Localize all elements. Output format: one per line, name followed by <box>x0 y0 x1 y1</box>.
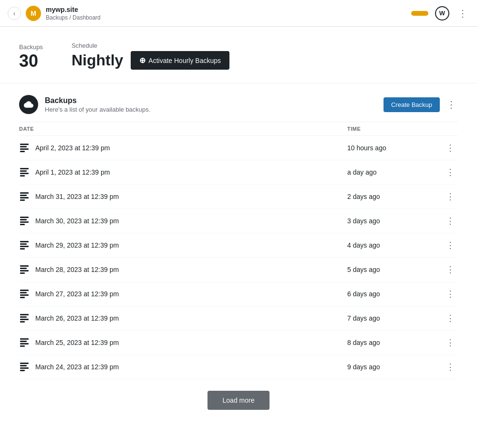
backup-row-menu-button[interactable]: ⋮ <box>444 289 456 299</box>
activate-hourly-button[interactable]: ⊕ Activate Hourly Backups <box>131 51 229 70</box>
schedule-value: Nightly <box>72 52 123 69</box>
backup-row-actions: ⋮ <box>443 337 458 348</box>
backup-row[interactable]: March 25, 2023 at 12:39 pm 8 days ago ⋮ <box>19 331 458 355</box>
backup-date: March 26, 2023 at 12:39 pm <box>35 314 119 322</box>
backups-header-actions: Create Backup ⋮ <box>384 97 458 112</box>
backup-file-icon <box>19 313 30 323</box>
backup-file-icon <box>19 167 30 177</box>
col-date-header: DATE <box>19 126 347 132</box>
backup-time: a day ago <box>347 168 443 176</box>
backup-date-col: March 28, 2023 at 12:39 pm <box>19 264 347 275</box>
backup-date: April 1, 2023 at 12:39 pm <box>35 168 110 176</box>
load-more-section: Load more <box>0 379 477 425</box>
backup-row[interactable]: April 1, 2023 at 12:39 pm a day ago ⋮ <box>19 160 458 185</box>
site-name: mywp.site <box>46 5 101 14</box>
backups-label: Backups <box>19 43 43 51</box>
backup-date-col: March 26, 2023 at 12:39 pm <box>19 313 347 323</box>
header-menu-button[interactable]: ⋮ <box>456 7 469 20</box>
backup-date-col: March 25, 2023 at 12:39 pm <box>19 337 347 348</box>
backup-row[interactable]: March 31, 2023 at 12:39 pm 2 days ago ⋮ <box>19 185 458 209</box>
backup-file-icon <box>19 337 30 348</box>
backup-date: March 25, 2023 at 12:39 pm <box>35 339 119 346</box>
backup-date-col: April 2, 2023 at 12:39 pm <box>19 143 347 153</box>
backups-header: Backups Here's a list of your available … <box>19 83 458 122</box>
backup-file-icon <box>19 216 30 226</box>
schedule-info: Nightly ⊕ Activate Hourly Backups <box>72 51 229 70</box>
backup-row-menu-button[interactable]: ⋮ <box>444 191 456 202</box>
backups-stat: Backups 30 <box>19 43 43 70</box>
stats-section: Backups 30 Schedule Nightly ⊕ Activate H… <box>0 27 477 83</box>
load-more-button[interactable]: Load more <box>207 391 270 410</box>
backup-rows-container: April 2, 2023 at 12:39 pm 10 hours ago ⋮… <box>19 136 458 379</box>
avatar: M <box>26 6 41 21</box>
table-header: DATE TIME <box>19 122 458 136</box>
backup-file-icon <box>19 362 30 372</box>
backup-row-menu-button[interactable]: ⋮ <box>444 240 456 250</box>
header-right: W ⋮ <box>411 6 469 21</box>
backup-row-actions: ⋮ <box>443 289 458 299</box>
backup-time: 4 days ago <box>347 241 443 249</box>
backups-section-title: Backups <box>45 96 150 105</box>
backup-row-actions: ⋮ <box>443 362 458 372</box>
backup-file-icon <box>19 289 30 299</box>
backups-section: Backups Here's a list of your available … <box>0 83 477 379</box>
backup-row-actions: ⋮ <box>443 240 458 250</box>
site-info: mywp.site Backups / Dashboard <box>46 5 101 21</box>
backup-date: March 27, 2023 at 12:39 pm <box>35 290 119 298</box>
backup-row[interactable]: April 2, 2023 at 12:39 pm 10 hours ago ⋮ <box>19 136 458 160</box>
activate-btn-label: Activate Hourly Backups <box>148 57 221 64</box>
backup-row-menu-button[interactable]: ⋮ <box>444 143 456 153</box>
wordpress-icon[interactable]: W <box>435 6 449 21</box>
backup-date-col: March 24, 2023 at 12:39 pm <box>19 362 347 372</box>
backup-date: March 29, 2023 at 12:39 pm <box>35 241 119 249</box>
backup-file-icon <box>19 143 30 153</box>
backup-row-actions: ⋮ <box>443 264 458 275</box>
backup-row-menu-button[interactable]: ⋮ <box>444 264 456 275</box>
backups-menu-button[interactable]: ⋮ <box>445 98 458 111</box>
backup-file-icon <box>19 191 30 202</box>
backup-row[interactable]: March 28, 2023 at 12:39 pm 5 days ago ⋮ <box>19 258 458 282</box>
backup-time: 9 days ago <box>347 363 443 371</box>
backup-date: March 28, 2023 at 12:39 pm <box>35 266 119 273</box>
backup-row-menu-button[interactable]: ⋮ <box>444 216 456 226</box>
backup-time: 8 days ago <box>347 339 443 346</box>
backup-time: 10 hours ago <box>347 144 443 152</box>
backup-row-menu-button[interactable]: ⋮ <box>444 313 456 323</box>
backups-count: 30 <box>19 52 43 70</box>
col-actions-header <box>443 126 458 132</box>
backup-date: March 31, 2023 at 12:39 pm <box>35 193 119 200</box>
backup-file-icon <box>19 264 30 275</box>
backup-row-actions: ⋮ <box>443 167 458 177</box>
backup-date: March 24, 2023 at 12:39 pm <box>35 363 119 371</box>
backup-row-actions: ⋮ <box>443 191 458 202</box>
backup-row[interactable]: March 24, 2023 at 12:39 pm 9 days ago ⋮ <box>19 355 458 379</box>
backup-row-menu-button[interactable]: ⋮ <box>444 362 456 372</box>
backup-time: 3 days ago <box>347 217 443 225</box>
header: ‹ M mywp.site Backups / Dashboard W ⋮ <box>0 0 477 27</box>
backup-time: 6 days ago <box>347 290 443 298</box>
backup-date-col: March 31, 2023 at 12:39 pm <box>19 191 347 202</box>
create-backup-button[interactable]: Create Backup <box>384 97 440 112</box>
backup-row[interactable]: March 29, 2023 at 12:39 pm 4 days ago ⋮ <box>19 233 458 258</box>
backup-row-actions: ⋮ <box>443 143 458 153</box>
backup-row-menu-button[interactable]: ⋮ <box>444 167 456 177</box>
backup-date-col: March 29, 2023 at 12:39 pm <box>19 240 347 250</box>
backup-row[interactable]: March 27, 2023 at 12:39 pm 6 days ago ⋮ <box>19 282 458 306</box>
backups-section-subtitle: Here's a list of your available backups. <box>45 106 150 113</box>
main-content: Backups 30 Schedule Nightly ⊕ Activate H… <box>0 27 477 448</box>
breadcrumb-backups[interactable]: Backups <box>46 14 68 21</box>
backups-section-icon <box>19 95 38 114</box>
plus-icon: ⊕ <box>139 56 145 65</box>
backup-row-menu-button[interactable]: ⋮ <box>444 337 456 348</box>
backup-date-col: March 30, 2023 at 12:39 pm <box>19 216 347 226</box>
backup-row[interactable]: March 26, 2023 at 12:39 pm 7 days ago ⋮ <box>19 306 458 331</box>
backup-date-col: April 1, 2023 at 12:39 pm <box>19 167 347 177</box>
backup-row[interactable]: March 30, 2023 at 12:39 pm 3 days ago ⋮ <box>19 209 458 233</box>
backup-file-icon <box>19 240 30 250</box>
breadcrumb-dashboard[interactable]: Dashboard <box>73 14 101 21</box>
backup-time: 5 days ago <box>347 266 443 273</box>
backup-date-col: March 27, 2023 at 12:39 pm <box>19 289 347 299</box>
backup-date: March 30, 2023 at 12:39 pm <box>35 217 119 225</box>
back-button[interactable]: ‹ <box>8 7 21 20</box>
schedule-label: Schedule <box>72 42 229 49</box>
